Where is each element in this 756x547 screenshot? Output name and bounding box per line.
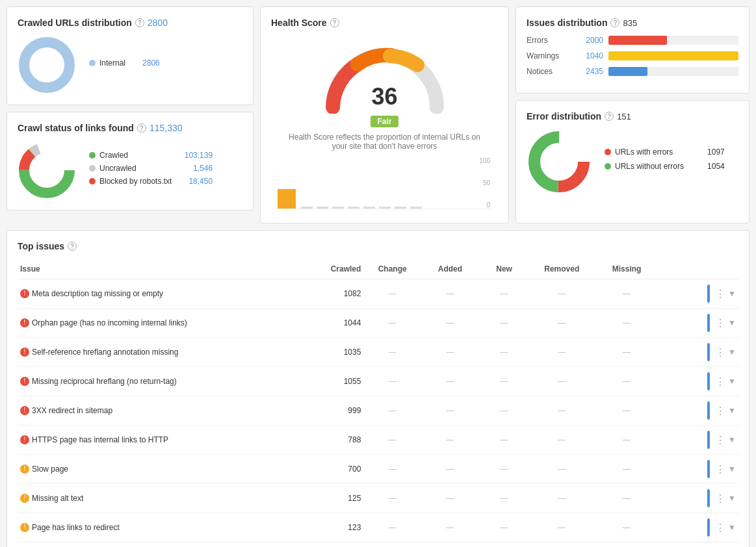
crawl-status-title: Crawl status of links found ? 115,330 (18, 123, 242, 133)
issue-missing: — (594, 396, 659, 426)
issue-crawled: 788 (306, 426, 364, 455)
issue-bar-mini (707, 518, 710, 537)
crawl-status-legend: Crawled 103,139 Uncrawled 1,546 Blocked … (89, 151, 213, 190)
issue-menu-icon[interactable]: ⋮ (715, 522, 725, 534)
issue-menu-icon[interactable]: ⋮ (715, 405, 725, 417)
table-row: ! 3XX redirect in sitemap 999 — — — — — … (18, 396, 738, 426)
crawl-status-donut-chart (18, 141, 76, 199)
internal-dot (89, 60, 96, 66)
issue-actions-cell: ⋮ ▼ (659, 484, 738, 513)
health-score-help-icon[interactable]: ? (330, 18, 339, 27)
health-chart: 100 50 0 (278, 157, 491, 209)
issue-crawled: 1035 (306, 338, 364, 367)
issue-expand-icon[interactable]: ▼ (728, 435, 736, 444)
issue-expand-icon[interactable]: ▼ (728, 348, 736, 357)
issue-name-cell: ! Orphan page (has no incoming internal … (18, 309, 306, 338)
crawled-urls-card: Crawled URLs distribution ? 2800 Interna… (7, 6, 254, 105)
legend-uncrawled: Uncrawled 1,546 (89, 164, 213, 173)
table-row: ! HTTPS page has internal links to HTTP … (18, 426, 738, 455)
crawled-urls-help-icon[interactable]: ? (135, 18, 144, 27)
issue-type-icon: ! (20, 435, 29, 444)
issue-change: — (363, 426, 421, 455)
health-score-gauge-area: 36 Fair Health Score reflects the propor… (271, 36, 498, 157)
issue-expand-icon[interactable]: ▼ (728, 523, 736, 532)
issue-removed: — (529, 542, 594, 548)
error-dist-card: Error distribution ? 151 (515, 100, 749, 223)
issue-menu-icon[interactable]: ⋮ (715, 288, 725, 300)
crawled-label: Crawled (99, 151, 128, 160)
issue-bar-mini (707, 343, 710, 361)
issue-expand-icon[interactable]: ▼ (728, 494, 736, 503)
legend-urls-errors: URLs with errors 1097 (605, 147, 725, 157)
issue-crawled: 123 (306, 513, 364, 542)
issue-name: Meta description tag missing or empty (32, 289, 163, 298)
issue-expand-icon[interactable]: ▼ (728, 377, 736, 386)
notices-bar-fill (608, 67, 647, 76)
issue-missing: — (594, 338, 659, 367)
issues-dist-help-icon[interactable]: ? (610, 18, 619, 27)
issue-expand-icon[interactable]: ▼ (728, 464, 736, 474)
crawl-status-help-icon[interactable]: ? (137, 123, 146, 133)
crawl-status-count: 115,330 (150, 123, 183, 133)
top-issues-help-icon[interactable]: ? (68, 242, 77, 251)
issue-added: — (421, 279, 479, 309)
col-crawled: Crawled (306, 259, 364, 279)
issue-added: — (421, 455, 479, 484)
issue-type-icon: ! (20, 318, 29, 327)
issue-change: — (363, 338, 421, 367)
issue-actions-cell: ⋮ ▼ (659, 426, 738, 455)
warnings-bar-row: Warnings 1040 (527, 51, 738, 60)
health-score-card: Health Score ? 36 (260, 6, 509, 223)
issue-new: — (479, 484, 530, 513)
issue-crawled: 1082 (306, 279, 364, 309)
issues-dist-card: Issues distribution ? 835 Errors 2000 Wa… (515, 6, 749, 94)
issue-expand-icon[interactable]: ▼ (728, 318, 736, 327)
issue-removed: — (529, 279, 594, 309)
errors-bar-track (608, 36, 738, 45)
issue-name: Orphan page (has no incoming internal li… (32, 318, 187, 327)
crawled-urls-title: Crawled URLs distribution ? 2800 (18, 18, 242, 28)
issue-actions-cell: ⋮ ▼ (659, 455, 738, 484)
issue-new: — (479, 513, 530, 542)
crawl-status-card: Crawl status of links found ? 115,330 (7, 112, 254, 210)
issue-menu-icon[interactable]: ⋮ (715, 492, 725, 505)
issue-actions-cell: ⋮ ▼ (659, 279, 738, 309)
issue-change: — (363, 542, 421, 548)
internal-count: 2806 (129, 58, 160, 68)
chart-dash (332, 207, 344, 209)
issue-new: — (479, 309, 530, 338)
crawled-urls-label: Crawled URLs distribution (18, 18, 132, 28)
issue-actions-cell: ⋮ ▼ (659, 367, 738, 396)
chart-dash (379, 207, 391, 209)
issue-expand-icon[interactable]: ▼ (728, 406, 736, 415)
issue-menu-icon[interactable]: ⋮ (715, 434, 725, 446)
table-row: ! Page has links to redirect 123 — — — —… (18, 513, 738, 542)
chart-y-labels: 100 50 0 (479, 157, 491, 209)
issue-menu-icon[interactable]: ⋮ (715, 375, 725, 388)
issue-menu-icon[interactable]: ⋮ (715, 317, 725, 329)
issue-type-icon: ! (20, 406, 29, 415)
issue-missing: — (594, 455, 659, 484)
issue-menu-icon[interactable]: ⋮ (715, 463, 725, 476)
issue-new: — (479, 367, 530, 396)
notices-bar-track (608, 67, 738, 76)
issues-dist-bars: Errors 2000 Warnings 1040 (527, 36, 738, 76)
issue-crawled: 700 (306, 455, 364, 484)
issue-expand-icon[interactable]: ▼ (728, 289, 736, 298)
issue-added: — (421, 426, 479, 455)
issue-name-cell: ! Page has links to redirect (18, 513, 306, 542)
issue-removed: — (529, 484, 594, 513)
issue-change: — (363, 367, 421, 396)
issue-type-icon: ! (20, 464, 29, 474)
errors-bar-fill (608, 36, 667, 45)
col-bar (659, 259, 738, 279)
issue-menu-icon[interactable]: ⋮ (715, 346, 725, 359)
chart-dashes (301, 207, 491, 209)
issue-missing: — (594, 367, 659, 396)
chart-bar-main (278, 189, 296, 209)
table-row: ! Meta description tag missing or empty … (18, 279, 738, 309)
blocked-label: Blocked by robots.txt (99, 177, 172, 186)
issue-added: — (421, 367, 479, 396)
issue-added: — (421, 338, 479, 367)
error-dist-help-icon[interactable]: ? (605, 112, 614, 121)
